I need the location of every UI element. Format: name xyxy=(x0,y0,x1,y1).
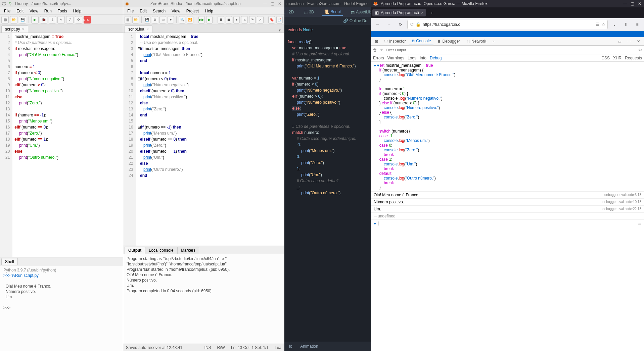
close-icon[interactable]: × xyxy=(146,27,149,32)
bottom-io[interactable]: io xyxy=(289,344,292,349)
iframe-icon[interactable]: ▭ xyxy=(615,38,624,45)
menu-view[interactable]: View xyxy=(27,8,41,14)
tab-network[interactable]: ↑↓Network xyxy=(463,38,489,45)
tab-markers[interactable]: Markers xyxy=(177,247,199,254)
source-location[interactable]: debugger eval code:22:13 xyxy=(602,207,641,211)
menu-icon[interactable]: ≡ xyxy=(633,20,642,29)
tab-script[interactable]: 📜Script xyxy=(322,8,343,16)
source[interactable]: local mostrar_mensagem = true -- Uso de … xyxy=(136,33,204,246)
source-location[interactable]: debugger eval code:3:13 xyxy=(604,193,641,197)
replace-icon[interactable]: 🔁 xyxy=(187,16,193,23)
cat-warnings[interactable]: Warnings xyxy=(387,56,404,60)
close-devtools-icon[interactable]: ⊟ xyxy=(372,38,381,45)
forward-icon[interactable]: → xyxy=(384,20,394,29)
debug-icon[interactable]: 🐞 xyxy=(40,16,47,23)
tab-inspector[interactable]: ⬚Inspector xyxy=(381,38,408,45)
tab-shell[interactable]: Shell xyxy=(1,258,18,265)
cat-logs[interactable]: Logs xyxy=(408,56,416,60)
tablist-icon[interactable]: ▾ xyxy=(277,28,283,33)
minimize-icon[interactable]: — xyxy=(623,1,627,6)
pause-icon[interactable]: ⏸ xyxy=(218,16,224,23)
menu-tools[interactable]: Tools xyxy=(55,8,70,14)
settings-icon[interactable]: ⚙ xyxy=(638,48,642,52)
stepout-icon[interactable]: ↗ xyxy=(257,16,263,23)
reader-icon[interactable]: ☰ xyxy=(596,22,600,27)
close-icon[interactable]: × xyxy=(22,27,25,32)
menu-search[interactable]: Search xyxy=(150,8,168,14)
close-icon[interactable]: ✕ xyxy=(637,1,642,6)
shell-body[interactable]: Python 3.9.7 (/usr/bin/python) >>> %Run … xyxy=(0,265,123,351)
cat-errors[interactable]: Errors xyxy=(373,56,384,60)
tab-console[interactable]: ⧉Console xyxy=(409,37,433,45)
debug-icon[interactable]: ▶ xyxy=(206,16,213,23)
menu-help[interactable]: Help xyxy=(71,8,84,14)
close-icon[interactable]: ✕ xyxy=(277,1,282,6)
tab-output[interactable]: Output xyxy=(125,247,145,254)
shield-icon[interactable]: 🛡 xyxy=(410,22,414,27)
cat-info[interactable]: Info xyxy=(420,56,426,60)
browser-tab[interactable]: ◧ Aprenda Programação: Opera × xyxy=(372,9,426,16)
save-icon[interactable]: 💾 xyxy=(144,16,150,23)
tab-3d[interactable]: ⬚3D xyxy=(302,8,316,16)
output-body[interactable]: Program starting as '"/opt/zbstudio/bin/… xyxy=(123,254,284,344)
cat-debug[interactable]: Debug xyxy=(430,56,442,60)
new-icon[interactable]: ▤ xyxy=(125,16,131,23)
godot-editor[interactable]: extends Node func _ready(): var mostrar_… xyxy=(284,25,371,342)
tab-script-py[interactable]: script.py× xyxy=(1,26,28,33)
more-icon[interactable]: ⋯ xyxy=(625,38,634,45)
cat-xhr[interactable]: XHR xyxy=(613,56,622,60)
close-icon[interactable]: ✕ xyxy=(634,38,643,45)
bookmark2-icon[interactable]: 📑 xyxy=(276,16,283,23)
tab-2d[interactable]: ⬚2D xyxy=(284,8,296,16)
reload-icon[interactable]: ⟳ xyxy=(396,20,405,29)
close-icon[interactable]: × xyxy=(421,10,423,15)
lock-icon[interactable]: 🔒 xyxy=(416,22,421,27)
run-icon[interactable]: ▶ xyxy=(31,16,39,23)
stop-icon[interactable]: STOP xyxy=(84,16,91,23)
cat-css[interactable]: CSS xyxy=(601,56,610,60)
minimize-icon[interactable]: — xyxy=(263,1,267,6)
online-docs[interactable]: Online Do xyxy=(350,18,367,23)
thonny-editor[interactable]: 123456789101112131415161718192021 mostra… xyxy=(0,33,123,257)
step-out-icon[interactable]: ⤴ xyxy=(66,16,74,23)
trash-icon[interactable]: 🗑 xyxy=(373,48,377,52)
menu-edit[interactable]: Edit xyxy=(137,8,149,14)
multiline-icon[interactable]: ▭ xyxy=(638,221,641,226)
source[interactable]: mostrar_mensagem = True # Uso de parênte… xyxy=(12,33,80,257)
downloads-icon[interactable]: ⬇ xyxy=(621,20,631,29)
resume-icon[interactable]: ⟳ xyxy=(75,16,82,23)
open-icon[interactable]: 📂 xyxy=(132,16,139,23)
find-icon[interactable]: 🔍 xyxy=(179,16,185,23)
star-icon[interactable]: ☆ xyxy=(602,22,605,27)
back-icon[interactable]: ← xyxy=(373,20,382,29)
break-icon[interactable]: ● xyxy=(233,16,240,23)
tab-debugger[interactable]: ⏸Debugger xyxy=(434,38,463,45)
menu-help[interactable]: Help xyxy=(202,8,216,14)
menu-project[interactable]: Project xyxy=(184,8,201,14)
new-icon[interactable]: ▤ xyxy=(1,16,9,23)
step-into-icon[interactable]: ⤷ xyxy=(57,16,65,23)
project-dd-icon[interactable]: ▾ xyxy=(168,16,174,23)
maximize-icon[interactable]: ▢ xyxy=(270,1,275,6)
console-body[interactable]: » ▾ let mostrar_mensagem = true if (most… xyxy=(371,62,644,351)
saveall-icon[interactable]: ⧉ xyxy=(152,16,158,23)
console-prompt[interactable]: »▭ xyxy=(371,220,644,227)
project-icon[interactable]: ▭ xyxy=(159,16,166,23)
address-bar[interactable]: 🛡 🔒 https://francogarcia.c ☰ ☆ xyxy=(407,20,608,29)
maximize-icon[interactable]: ▢ xyxy=(630,1,635,6)
menu-view[interactable]: View xyxy=(169,8,183,14)
open-icon[interactable]: 📂 xyxy=(10,16,17,23)
new-tab-button[interactable]: ＋ xyxy=(427,8,436,17)
bottom-animation[interactable]: Animation xyxy=(300,344,318,349)
tabs-overflow-icon[interactable]: » xyxy=(490,38,497,45)
link-icon[interactable]: 🔗 xyxy=(343,18,348,23)
menu-run[interactable]: Run xyxy=(42,8,54,14)
tab-script-lua[interactable]: script.lua× xyxy=(125,26,152,33)
step-over-icon[interactable]: ⤵ xyxy=(49,16,56,23)
source-location[interactable]: debugger eval code:10:13 xyxy=(602,200,641,204)
cat-requests[interactable]: Requests xyxy=(625,56,642,60)
bookmark-icon[interactable]: 🔖 xyxy=(268,16,275,23)
stop-icon[interactable]: ⏹ xyxy=(226,16,232,23)
source[interactable]: extends Node func _ready(): var mostrar_… xyxy=(284,25,360,342)
save-icon[interactable]: 💾 xyxy=(19,16,26,23)
